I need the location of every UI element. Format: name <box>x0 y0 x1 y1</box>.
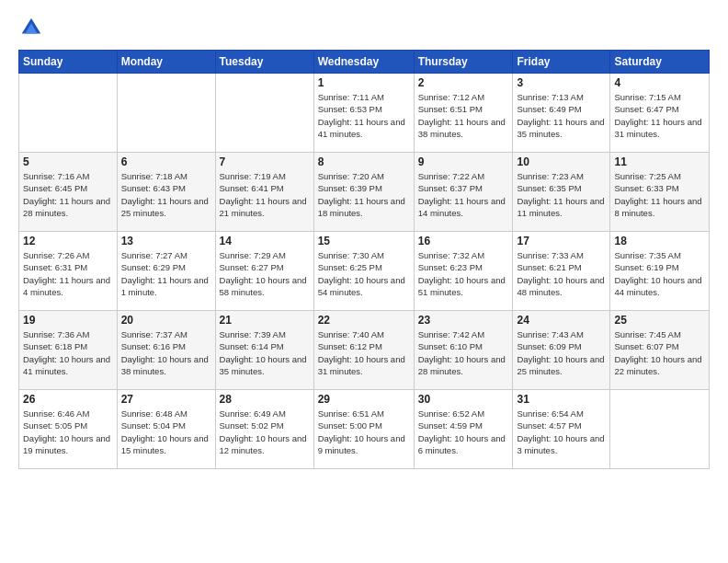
day-number: 10 <box>517 155 606 168</box>
day-info: Sunrise: 7:43 AM Sunset: 6:09 PM Dayligh… <box>517 328 606 377</box>
table-row: 15Sunrise: 7:30 AM Sunset: 6:25 PM Dayli… <box>313 232 414 311</box>
calendar-week-row: 19Sunrise: 7:36 AM Sunset: 6:18 PM Dayli… <box>19 311 710 390</box>
table-row: 14Sunrise: 7:29 AM Sunset: 6:27 PM Dayli… <box>215 232 313 311</box>
table-row: 12Sunrise: 7:26 AM Sunset: 6:31 PM Dayli… <box>19 232 118 311</box>
day-info: Sunrise: 7:15 AM Sunset: 6:47 PM Dayligh… <box>614 91 705 140</box>
day-number: 23 <box>418 314 509 327</box>
calendar-week-row: 26Sunrise: 6:46 AM Sunset: 5:05 PM Dayli… <box>19 390 710 469</box>
page: Sunday Monday Tuesday Wednesday Thursday… <box>0 0 728 563</box>
day-info: Sunrise: 7:37 AM Sunset: 6:16 PM Dayligh… <box>121 328 211 377</box>
day-number: 5 <box>23 155 113 168</box>
day-number: 2 <box>418 76 509 89</box>
day-number: 21 <box>220 314 310 327</box>
table-row: 7Sunrise: 7:19 AM Sunset: 6:41 PM Daylig… <box>215 153 313 232</box>
day-info: Sunrise: 7:22 AM Sunset: 6:37 PM Dayligh… <box>418 170 509 219</box>
day-number: 30 <box>418 393 509 406</box>
day-info: Sunrise: 7:40 AM Sunset: 6:12 PM Dayligh… <box>318 328 410 377</box>
calendar-header-row: Sunday Monday Tuesday Wednesday Thursday… <box>19 51 710 74</box>
table-row: 17Sunrise: 7:33 AM Sunset: 6:21 PM Dayli… <box>513 232 610 311</box>
day-info: Sunrise: 7:39 AM Sunset: 6:14 PM Dayligh… <box>220 328 310 377</box>
day-number: 15 <box>318 235 410 247</box>
day-info: Sunrise: 7:11 AM Sunset: 6:53 PM Dayligh… <box>318 91 410 140</box>
table-row: 20Sunrise: 7:37 AM Sunset: 6:16 PM Dayli… <box>117 311 215 390</box>
day-number: 18 <box>614 235 705 247</box>
day-info: Sunrise: 7:27 AM Sunset: 6:29 PM Dayligh… <box>121 249 211 298</box>
day-number: 25 <box>614 314 705 327</box>
day-number: 26 <box>23 393 113 406</box>
day-number: 29 <box>318 393 410 406</box>
day-info: Sunrise: 7:12 AM Sunset: 6:51 PM Dayligh… <box>418 91 509 140</box>
day-number: 24 <box>517 314 606 327</box>
day-info: Sunrise: 6:54 AM Sunset: 4:57 PM Dayligh… <box>517 408 606 456</box>
calendar-week-row: 1Sunrise: 7:11 AM Sunset: 6:53 PM Daylig… <box>19 74 710 153</box>
day-number: 16 <box>418 235 509 247</box>
day-info: Sunrise: 7:36 AM Sunset: 6:18 PM Dayligh… <box>23 328 113 377</box>
day-number: 1 <box>318 76 410 89</box>
header <box>18 15 710 40</box>
table-row: 24Sunrise: 7:43 AM Sunset: 6:09 PM Dayli… <box>513 311 610 390</box>
day-info: Sunrise: 6:49 AM Sunset: 5:02 PM Dayligh… <box>220 408 310 456</box>
day-info: Sunrise: 6:48 AM Sunset: 5:04 PM Dayligh… <box>121 408 211 456</box>
day-number: 8 <box>318 155 410 168</box>
table-row: 22Sunrise: 7:40 AM Sunset: 6:12 PM Dayli… <box>313 311 414 390</box>
table-row: 1Sunrise: 7:11 AM Sunset: 6:53 PM Daylig… <box>313 74 414 153</box>
col-tuesday: Tuesday <box>215 51 313 74</box>
table-row: 9Sunrise: 7:22 AM Sunset: 6:37 PM Daylig… <box>414 153 513 232</box>
day-number: 3 <box>517 76 606 89</box>
day-info: Sunrise: 6:51 AM Sunset: 5:00 PM Dayligh… <box>318 408 410 456</box>
day-info: Sunrise: 7:26 AM Sunset: 6:31 PM Dayligh… <box>23 249 113 298</box>
day-number: 31 <box>517 393 606 406</box>
table-row: 13Sunrise: 7:27 AM Sunset: 6:29 PM Dayli… <box>117 232 215 311</box>
day-number: 9 <box>418 155 509 168</box>
day-number: 7 <box>220 155 310 168</box>
day-info: Sunrise: 7:13 AM Sunset: 6:49 PM Dayligh… <box>517 91 606 140</box>
table-row: 31Sunrise: 6:54 AM Sunset: 4:57 PM Dayli… <box>513 390 610 469</box>
day-number: 12 <box>23 235 113 247</box>
col-saturday: Saturday <box>610 51 710 74</box>
col-monday: Monday <box>117 51 215 74</box>
day-number: 22 <box>318 314 410 327</box>
logo <box>18 15 48 40</box>
table-row: 4Sunrise: 7:15 AM Sunset: 6:47 PM Daylig… <box>610 74 710 153</box>
day-number: 17 <box>517 235 606 247</box>
calendar-week-row: 5Sunrise: 7:16 AM Sunset: 6:45 PM Daylig… <box>19 153 710 232</box>
day-info: Sunrise: 7:29 AM Sunset: 6:27 PM Dayligh… <box>220 249 310 298</box>
day-number: 6 <box>121 155 211 168</box>
table-row: 19Sunrise: 7:36 AM Sunset: 6:18 PM Dayli… <box>19 311 118 390</box>
col-friday: Friday <box>513 51 610 74</box>
table-row <box>19 74 118 153</box>
day-info: Sunrise: 6:52 AM Sunset: 4:59 PM Dayligh… <box>418 408 509 456</box>
day-info: Sunrise: 7:19 AM Sunset: 6:41 PM Dayligh… <box>220 170 310 219</box>
table-row <box>117 74 215 153</box>
table-row: 28Sunrise: 6:49 AM Sunset: 5:02 PM Dayli… <box>215 390 313 469</box>
table-row: 10Sunrise: 7:23 AM Sunset: 6:35 PM Dayli… <box>513 153 610 232</box>
day-number: 14 <box>220 235 310 247</box>
day-info: Sunrise: 7:42 AM Sunset: 6:10 PM Dayligh… <box>418 328 509 377</box>
logo-icon <box>18 15 44 40</box>
table-row: 18Sunrise: 7:35 AM Sunset: 6:19 PM Dayli… <box>610 232 710 311</box>
day-info: Sunrise: 7:18 AM Sunset: 6:43 PM Dayligh… <box>121 170 211 219</box>
day-number: 4 <box>614 76 705 89</box>
table-row <box>610 390 710 469</box>
table-row <box>215 74 313 153</box>
col-sunday: Sunday <box>19 51 118 74</box>
table-row: 5Sunrise: 7:16 AM Sunset: 6:45 PM Daylig… <box>19 153 118 232</box>
day-info: Sunrise: 7:45 AM Sunset: 6:07 PM Dayligh… <box>614 328 705 377</box>
table-row: 30Sunrise: 6:52 AM Sunset: 4:59 PM Dayli… <box>414 390 513 469</box>
day-info: Sunrise: 7:32 AM Sunset: 6:23 PM Dayligh… <box>418 249 509 298</box>
calendar-week-row: 12Sunrise: 7:26 AM Sunset: 6:31 PM Dayli… <box>19 232 710 311</box>
table-row: 8Sunrise: 7:20 AM Sunset: 6:39 PM Daylig… <box>313 153 414 232</box>
col-thursday: Thursday <box>414 51 513 74</box>
table-row: 27Sunrise: 6:48 AM Sunset: 5:04 PM Dayli… <box>117 390 215 469</box>
day-info: Sunrise: 7:16 AM Sunset: 6:45 PM Dayligh… <box>23 170 113 219</box>
day-number: 20 <box>121 314 211 327</box>
table-row: 25Sunrise: 7:45 AM Sunset: 6:07 PM Dayli… <box>610 311 710 390</box>
table-row: 21Sunrise: 7:39 AM Sunset: 6:14 PM Dayli… <box>215 311 313 390</box>
day-info: Sunrise: 6:46 AM Sunset: 5:05 PM Dayligh… <box>23 408 113 456</box>
day-info: Sunrise: 7:25 AM Sunset: 6:33 PM Dayligh… <box>614 170 705 219</box>
table-row: 6Sunrise: 7:18 AM Sunset: 6:43 PM Daylig… <box>117 153 215 232</box>
day-info: Sunrise: 7:30 AM Sunset: 6:25 PM Dayligh… <box>318 249 410 298</box>
table-row: 3Sunrise: 7:13 AM Sunset: 6:49 PM Daylig… <box>513 74 610 153</box>
day-info: Sunrise: 7:23 AM Sunset: 6:35 PM Dayligh… <box>517 170 606 219</box>
day-number: 28 <box>220 393 310 406</box>
